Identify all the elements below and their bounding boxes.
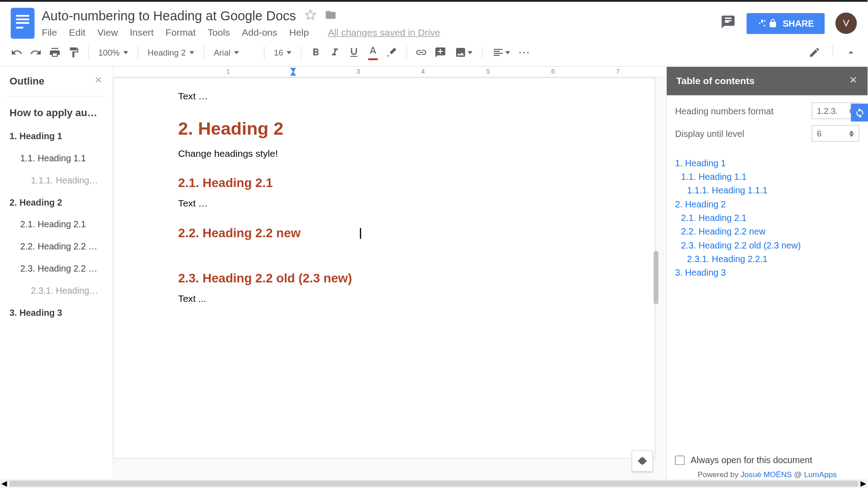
star-icon[interactable] [304, 9, 316, 23]
toc-level-select[interactable]: 6 [811, 125, 859, 142]
toc-item[interactable]: 2.2. Heading 2.2 new [675, 225, 859, 238]
doc-paragraph[interactable]: Text … [178, 91, 596, 102]
toc-level-label: Display until level [675, 128, 744, 138]
ruler-number: 5 [486, 68, 490, 75]
toc-item[interactable]: 3. Heading 3 [675, 266, 859, 279]
outline-item[interactable]: 2.3.1. Heading… [6, 279, 107, 301]
toc-close-icon[interactable] [849, 75, 858, 87]
font-select[interactable]: Arial [210, 45, 258, 60]
toc-format-label: Heading numbers format [675, 106, 774, 116]
toc-powered-by: Powered by Josué MOËNS @ LumApps [675, 470, 859, 479]
spacer[interactable] [178, 249, 596, 265]
menu-add-ons[interactable]: Add-ons [242, 28, 278, 38]
ruler-number: 7 [616, 68, 620, 75]
horizontal-scrollbar-thumb[interactable] [9, 481, 858, 487]
insert-image-icon[interactable] [451, 44, 476, 61]
outline-item[interactable]: 1.1. Heading 1.1 [6, 147, 107, 169]
explore-button[interactable] [632, 450, 653, 471]
horizontal-ruler[interactable]: 1234567 [113, 67, 666, 78]
menu-help[interactable]: Help [289, 28, 309, 38]
text-color-icon[interactable] [365, 43, 382, 61]
paint-format-icon[interactable] [66, 44, 82, 61]
more-icon[interactable]: ⋯ [516, 44, 533, 61]
doc-paragraph[interactable]: Text … [178, 198, 596, 209]
collapse-icon[interactable] [843, 44, 859, 61]
horizontal-scrollbar[interactable]: ◄ ► [0, 479, 868, 488]
print-icon[interactable] [47, 44, 63, 61]
undo-icon[interactable] [8, 44, 25, 61]
ruler-number: 1 [226, 68, 230, 75]
toc-item[interactable]: 1.1.1. Heading 1.1.1 [675, 183, 859, 197]
docs-logo-icon[interactable] [11, 8, 35, 39]
toc-title: Table of contents [676, 75, 755, 86]
toc-item[interactable]: 1. Heading 1 [675, 156, 859, 169]
outline-doc-title[interactable]: How to apply au… [6, 97, 107, 125]
toc-always-open-checkbox[interactable]: Always open for this document [675, 455, 859, 465]
toc-item[interactable]: 2.3.1. Heading 2.2.1 [675, 252, 859, 266]
save-status[interactable]: All changes saved in Drive [328, 28, 440, 38]
editing-mode-icon[interactable] [806, 44, 823, 61]
account-avatar[interactable]: V [835, 13, 857, 34]
align-icon[interactable] [489, 44, 514, 61]
toc-item[interactable]: 2. Heading 2 [675, 197, 859, 211]
svg-rect-0 [762, 19, 764, 23]
zoom-select[interactable]: 100% [95, 45, 132, 60]
doc-heading-2[interactable]: 2.2. Heading 2.2 new [178, 226, 596, 240]
doc-heading-2[interactable]: 2.1. Heading 2.1 [178, 176, 596, 190]
doc-paragraph[interactable]: Change headings style! [178, 148, 596, 159]
ruler-number: 6 [551, 68, 555, 75]
toc-item[interactable]: 1.1. Heading 1.1 [675, 170, 859, 183]
menu-format[interactable]: Format [165, 28, 196, 38]
outline-title: Outline [9, 75, 44, 87]
bold-icon[interactable] [308, 44, 325, 61]
menu-edit[interactable]: Edit [69, 28, 85, 38]
underline-icon[interactable] [346, 44, 363, 61]
menu-view[interactable]: View [97, 28, 118, 38]
doc-title[interactable]: Auto-numbering to Heading at Google Docs [42, 8, 296, 23]
outline-item[interactable]: 2.2. Heading 2.2 … [6, 235, 107, 258]
outline-item[interactable]: 2.1. Heading 2.1 [6, 213, 107, 235]
doc-heading-1[interactable]: 2. Heading 2 [178, 118, 596, 139]
menu-file[interactable]: File [42, 28, 57, 38]
toc-item[interactable]: 2.3. Heading 2.2 old (2.3 new) [675, 238, 859, 252]
doc-paragraph[interactable]: Text ... [178, 294, 596, 305]
menu-tools[interactable]: Tools [208, 28, 230, 38]
add-comment-icon[interactable] [432, 44, 449, 61]
comments-icon[interactable] [721, 14, 736, 33]
outline-item[interactable]: 1. Heading 1 [6, 125, 107, 147]
left-indent-marker[interactable] [290, 71, 296, 75]
outline-item[interactable]: 2. Heading 2 [6, 191, 107, 213]
toc-refresh-button[interactable] [851, 103, 868, 122]
share-button[interactable]: SHARE [747, 13, 825, 33]
vertical-scrollbar-thumb[interactable] [654, 251, 659, 305]
menu-insert[interactable]: Insert [130, 28, 154, 38]
toc-company-link[interactable]: LumApps [804, 470, 836, 479]
text-cursor [360, 228, 362, 239]
font-size-select[interactable]: 16 [270, 45, 295, 60]
doc-heading-2[interactable]: 2.3. Heading 2.2 old (2.3 new) [178, 271, 596, 286]
ruler-number: 3 [356, 68, 360, 75]
document-page[interactable]: Text …2. Heading 2Change headings style!… [113, 77, 655, 459]
redo-icon[interactable] [28, 44, 44, 61]
insert-link-icon[interactable] [413, 44, 430, 61]
toc-item[interactable]: 2.1. Heading 2.1 [675, 211, 859, 225]
paragraph-style-select[interactable]: Heading 2 [144, 45, 198, 60]
highlight-color-icon[interactable] [384, 44, 401, 61]
ruler-number: 4 [421, 68, 425, 75]
outline-close-icon[interactable] [94, 75, 103, 88]
italic-icon[interactable] [327, 44, 344, 61]
scroll-right-icon[interactable]: ► [859, 479, 868, 488]
outline-item[interactable]: 1.1.1. Heading… [6, 169, 107, 191]
outline-item[interactable]: 2.3. Heading 2.2 … [6, 257, 107, 279]
toc-author-link[interactable]: Josué MOËNS [741, 470, 792, 479]
move-folder-icon[interactable] [325, 9, 336, 23]
outline-item[interactable]: 3. Heading 3 [6, 301, 107, 324]
scroll-left-icon[interactable]: ◄ [0, 479, 8, 488]
